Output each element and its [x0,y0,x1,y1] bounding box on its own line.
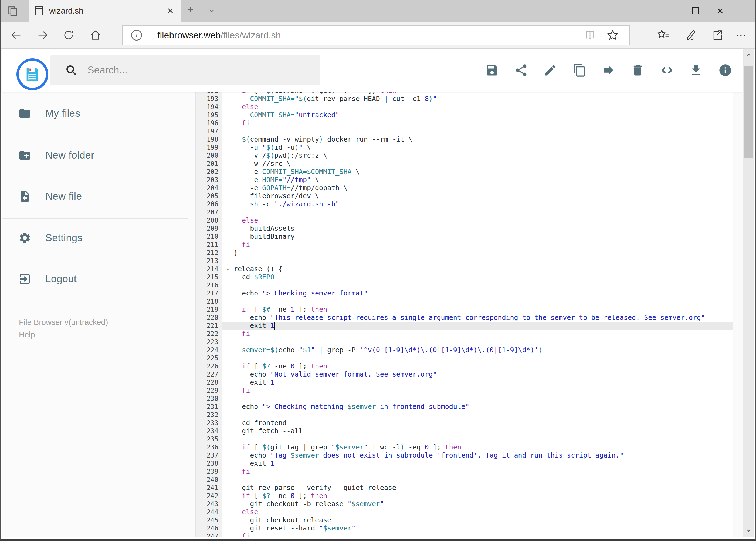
code-text[interactable]: filebrowser/dev \ [222,192,732,200]
code-text[interactable]: buildAssets [222,225,732,233]
code-line[interactable]: 204 -e GOPATH=//tmp/gopath \ [196,184,732,192]
code-text[interactable]: exit 1 [222,459,732,467]
code-line[interactable]: 229 fi [196,386,732,395]
code-line[interactable]: 237 echo "Tag $semver does not exist in … [196,451,732,459]
code-text[interactable]: $(command -v winpty) docker run --rm -it… [222,135,732,144]
code-line[interactable]: 210 buildBinary [196,233,732,241]
raw-code-button[interactable] [655,58,679,82]
code-line[interactable]: 244 else [196,508,732,516]
reading-view-icon[interactable] [584,29,596,41]
minimize-button[interactable]: ─ [658,0,683,22]
code-text[interactable]: fi [222,119,732,127]
code-text[interactable]: else [222,508,732,516]
code-line[interactable]: 245 git checkout release [196,516,732,524]
code-line[interactable]: 225 [196,354,732,362]
code-text[interactable]: } [222,249,732,257]
code-line[interactable]: 199 -u "$(id -u)" \ [196,144,732,152]
code-text[interactable]: git checkout release [222,516,732,524]
code-line[interactable]: 209 buildAssets [196,225,732,233]
code-text[interactable]: if [ $? -ne 0 ]; then [222,492,732,500]
sidebar-item-new-folder[interactable]: New folder [2,147,195,164]
code-text[interactable] [222,338,732,346]
code-text[interactable] [222,435,732,443]
code-text[interactable]: git rev-parse --verify --quiet release [222,484,732,492]
sidebar-item-logout[interactable]: Logout [2,270,195,287]
code-text[interactable]: -w //src \ [222,160,732,168]
forward-icon[interactable] [36,29,49,41]
url-text[interactable]: filebrowser.web/files/wizard.sh [157,30,281,41]
home-icon[interactable] [89,29,102,41]
rename-button[interactable] [539,58,562,82]
code-line[interactable]: 239 fi [196,467,732,476]
code-text[interactable]: git fetch --all [222,427,732,435]
code-text[interactable]: else [222,103,732,111]
code-line[interactable]: 221 exit 1 [196,322,732,330]
code-line[interactable]: 193 COMMIT_SHA="$(git rev-parse HEAD | c… [196,95,732,103]
code-text[interactable] [222,395,732,403]
active-tab[interactable]: wizard.sh ✕ [29,0,181,22]
code-text[interactable]: COMMIT_SHA="untracked" [222,111,732,119]
scroll-down-icon[interactable]: ⌄ [743,524,754,533]
refresh-icon[interactable] [62,29,75,41]
site-info-icon[interactable]: i [131,30,142,41]
code-text[interactable] [222,127,732,135]
code-line[interactable]: 246 git reset --hard "$semver" [196,524,732,532]
back-icon[interactable] [10,29,22,41]
code-line[interactable]: 233 cd frontend [196,419,732,427]
code-line[interactable]: 230 [196,395,732,403]
code-text[interactable]: -v /$(pwd):/src:z \ [222,152,732,160]
share-file-button[interactable] [509,58,533,82]
save-button[interactable] [480,58,504,82]
code-text[interactable]: echo "> Checking matching $semver in fro… [222,403,732,411]
code-text[interactable]: if [ $# -ne 1 ]; then [222,305,732,313]
scrollbar-thumb[interactable] [744,66,753,158]
code-text[interactable]: release () { [222,265,732,273]
code-editor[interactable]: 192 if [ "$(command -v git)" != "" ]; th… [196,92,732,537]
code-line[interactable]: 200 -v /$(pwd):/src:z \ [196,152,732,160]
scroll-up-icon[interactable]: ⌃ [743,52,754,62]
code-text[interactable]: if [ $(git tag | grep "$semver" | wc -l)… [222,443,732,451]
code-text[interactable] [222,476,732,484]
code-line[interactable]: 194 else [196,103,732,111]
code-line[interactable]: 208 else [196,216,732,225]
sidebar-item-new-file[interactable]: New file [2,188,195,205]
code-text[interactable]: echo "This release script requires a sin… [222,313,732,322]
code-line[interactable]: 231 echo "> Checking matching $semver in… [196,403,732,411]
code-text[interactable]: -e GOPATH=//tmp/gopath \ [222,184,732,192]
maximize-button[interactable] [683,0,708,22]
code-line[interactable]: 212} [196,249,732,257]
tab-close-icon[interactable]: ✕ [160,6,181,16]
code-line[interactable]: 241 git rev-parse --verify --quiet relea… [196,484,732,492]
code-line[interactable]: 203 -e HOME="//tmp" \ [196,176,732,184]
code-text[interactable] [222,257,732,265]
move-button[interactable] [597,58,621,82]
code-text[interactable]: if [ $? -ne 0 ]; then [222,362,732,370]
code-line[interactable]: 198 $(command -v winpty) docker run --rm… [196,135,732,144]
code-text[interactable]: fi [222,532,732,537]
copy-button[interactable] [568,58,591,82]
code-text[interactable] [222,297,732,305]
code-line[interactable]: 226 if [ $? -ne 0 ]; then [196,362,732,370]
code-line[interactable]: 243 git checkout -b release "$semver" [196,500,732,508]
code-line[interactable]: 217 echo "> Checking semver format" [196,289,732,297]
code-text[interactable]: else [222,216,732,225]
code-text[interactable]: git reset --hard "$semver" [222,524,732,532]
code-text[interactable]: cd $REPO [222,273,732,281]
code-line[interactable]: 211 fi [196,241,732,249]
code-line[interactable]: 215 cd $REPO [196,273,732,281]
sidebar-item-my-files[interactable]: My files [2,105,195,122]
code-text[interactable]: fi [222,241,732,249]
code-text[interactable]: semver=$(echo "$1" | grep -P '^v(0|[1-9]… [222,346,732,354]
code-line[interactable]: 214▾release () { [196,265,732,273]
page-scrollbar[interactable]: ⌃ ⌄ [743,49,754,537]
filebrowser-logo[interactable] [16,58,48,90]
code-line[interactable]: 235 [196,435,732,443]
code-text[interactable]: git checkout -b release "$semver" [222,500,732,508]
code-line[interactable]: 207 [196,208,732,216]
code-text[interactable] [222,411,732,419]
code-line[interactable]: 223 [196,338,732,346]
code-text[interactable]: fi [222,467,732,476]
code-text[interactable]: sh -c "./wizard.sh -b" [222,200,732,208]
new-tab-button[interactable]: + [182,4,198,16]
code-line[interactable]: 227 echo "Not valid semver format. See s… [196,370,732,378]
